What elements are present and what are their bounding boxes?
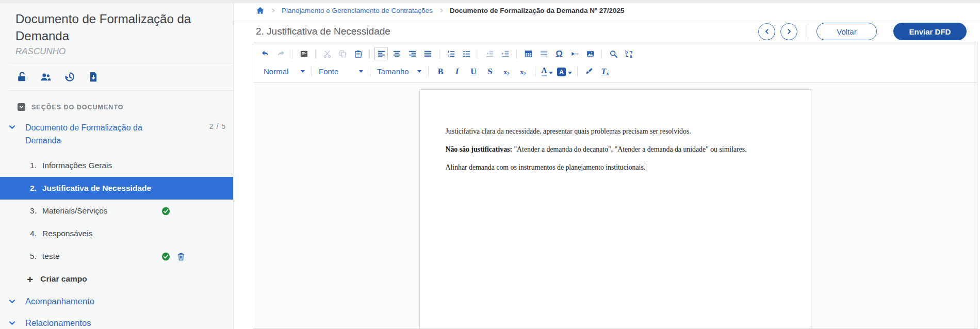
underline-button[interactable]: U xyxy=(467,64,480,78)
trash-icon[interactable] xyxy=(177,252,185,261)
sidebar-item-teste[interactable]: 5. teste xyxy=(0,245,233,268)
sidebar-item-justificativa[interactable]: 2. Justificativa de Necessidade xyxy=(0,177,233,200)
divider xyxy=(439,49,439,59)
toolbar-row-2: Normal Fonte Tamanho B I U S x2 xyxy=(257,62,973,80)
check-circle-icon xyxy=(161,207,170,216)
document-paragraph: Justicifativa clara da necessidade, apre… xyxy=(446,127,785,136)
divider xyxy=(808,24,808,39)
insert-image-button[interactable] xyxy=(583,47,597,60)
back-button[interactable]: Voltar xyxy=(816,23,877,40)
sidebar: Documento de Formalização da Demanda RAS… xyxy=(0,0,234,329)
page-break-button[interactable] xyxy=(568,47,581,60)
chevron-down-icon[interactable] xyxy=(8,123,16,131)
svg-text:a: a xyxy=(629,53,632,58)
window-top-strip xyxy=(0,0,980,3)
superscript-button[interactable]: x2 xyxy=(516,64,530,78)
divider xyxy=(292,49,292,59)
chevron-down-icon xyxy=(568,72,572,74)
divider xyxy=(516,49,517,59)
next-section-button[interactable] xyxy=(780,23,797,40)
editor-toolbar: Ω ba Normal xyxy=(253,42,977,83)
previous-section-button[interactable] xyxy=(758,23,775,40)
font-size-dropdown[interactable]: Tamanho xyxy=(374,67,424,76)
divider xyxy=(369,49,370,59)
page-title: 2. Justificativa de Necessidade xyxy=(256,26,390,37)
rich-text-editor: Ω ba Normal xyxy=(253,42,977,329)
sidebar-item-acompanhamento[interactable]: Acompanhamento xyxy=(0,290,233,312)
divider xyxy=(370,67,370,76)
breadcrumb: Planejamento e Gerenciamento de Contrata… xyxy=(234,0,980,21)
align-center-button[interactable] xyxy=(390,47,403,60)
chevron-down-icon xyxy=(301,70,305,73)
undo-button[interactable] xyxy=(258,47,272,60)
copy-formatting-button[interactable] xyxy=(582,64,596,78)
tree-item-label: teste xyxy=(42,252,60,261)
editor-canvas: Justicifativa clara da necessidade, apre… xyxy=(253,85,977,328)
sections-header-label: SEÇÕES DO DOCUMENTO xyxy=(31,104,124,111)
redo-button[interactable] xyxy=(274,47,287,60)
background-color-button[interactable]: A xyxy=(557,64,572,78)
toolbar-row-1: Ω ba xyxy=(257,45,973,62)
chevron-right-icon xyxy=(438,8,444,13)
text-color-button[interactable]: A xyxy=(541,64,554,78)
horizontal-line-button[interactable] xyxy=(537,47,550,60)
find-button[interactable] xyxy=(607,47,620,60)
special-character-button[interactable]: Ω xyxy=(552,47,566,60)
check-circle-icon xyxy=(161,252,170,261)
bold-button[interactable]: B xyxy=(434,64,447,78)
bulleted-list-button[interactable] xyxy=(460,47,473,60)
tree-root-label[interactable]: Documento de Formalização da Demanda xyxy=(25,121,166,147)
tree-item-label: Informações Gerais xyxy=(42,161,112,170)
divider xyxy=(577,67,578,76)
tree-item-label: Justificativa de Necessidade xyxy=(42,184,151,193)
divider xyxy=(428,67,429,76)
increase-indent-button[interactable] xyxy=(498,47,512,60)
home-icon[interactable] xyxy=(256,6,265,15)
strikethrough-button[interactable]: S xyxy=(483,64,497,78)
decrease-indent-button[interactable] xyxy=(483,47,496,60)
cut-button[interactable] xyxy=(320,47,334,60)
divider xyxy=(312,67,312,76)
font-dropdown[interactable]: Fonte xyxy=(316,67,366,76)
tree-item-label: Materiais/Serviços xyxy=(42,206,108,216)
chevron-down-icon xyxy=(8,298,16,305)
sidebar-item-materiais-servicos[interactable]: 3. Materiais/Serviços xyxy=(0,200,233,222)
numbered-list-button[interactable] xyxy=(444,47,458,60)
section-header: 2. Justificativa de Necessidade Voltar E… xyxy=(234,21,980,42)
tree-root[interactable]: Documento de Formalização da Demanda 2 /… xyxy=(8,121,226,147)
paragraph-style-dropdown[interactable]: Normal xyxy=(260,67,308,76)
sidebar-item-relacionamentos[interactable]: Relacionamentos xyxy=(0,312,233,329)
chevron-down-icon xyxy=(8,319,16,327)
send-dfd-button[interactable]: Enviar DFD xyxy=(893,23,967,40)
italic-button[interactable]: I xyxy=(450,64,464,78)
file-download-icon[interactable] xyxy=(88,71,99,83)
justify-button[interactable] xyxy=(421,47,434,60)
tree-item-label: Responsáveis xyxy=(42,229,92,238)
copy-button[interactable] xyxy=(336,47,349,60)
breadcrumb-link[interactable]: Planejamento e Gerenciamento de Contrata… xyxy=(282,7,433,14)
align-right-button[interactable] xyxy=(405,47,419,60)
sections-header[interactable]: SEÇÕES DO DOCUMENTO xyxy=(18,103,233,111)
create-field-button[interactable]: + Criar campo xyxy=(0,268,233,290)
divider xyxy=(601,49,602,59)
divider xyxy=(9,90,233,91)
svg-text:b: b xyxy=(625,50,627,55)
align-left-button[interactable] xyxy=(374,47,388,60)
collapse-sections-icon[interactable] xyxy=(18,103,25,111)
history-icon[interactable] xyxy=(64,71,75,83)
sidebar-item-responsaveis[interactable]: 4. Responsáveis xyxy=(0,222,233,245)
divider xyxy=(535,67,535,76)
section-progress: 2 / 5 xyxy=(209,122,226,147)
insert-table-button[interactable] xyxy=(521,47,535,60)
document-page[interactable]: Justicifativa clara da necessidade, apre… xyxy=(419,89,811,328)
document-paragraph: Não são justificativas: "Atender a deman… xyxy=(446,145,785,154)
show-blocks-button[interactable] xyxy=(297,47,311,60)
paste-button[interactable] xyxy=(351,47,365,60)
replace-button[interactable]: ba xyxy=(622,47,635,60)
chevron-down-icon xyxy=(417,70,421,73)
remove-format-button[interactable]: Tx xyxy=(598,64,612,78)
users-group-icon[interactable] xyxy=(40,71,52,83)
sidebar-item-informacoes-gerais[interactable]: 1. Informações Gerais xyxy=(0,154,233,177)
unlock-icon[interactable] xyxy=(17,71,28,83)
subscript-button[interactable]: x2 xyxy=(500,64,513,78)
